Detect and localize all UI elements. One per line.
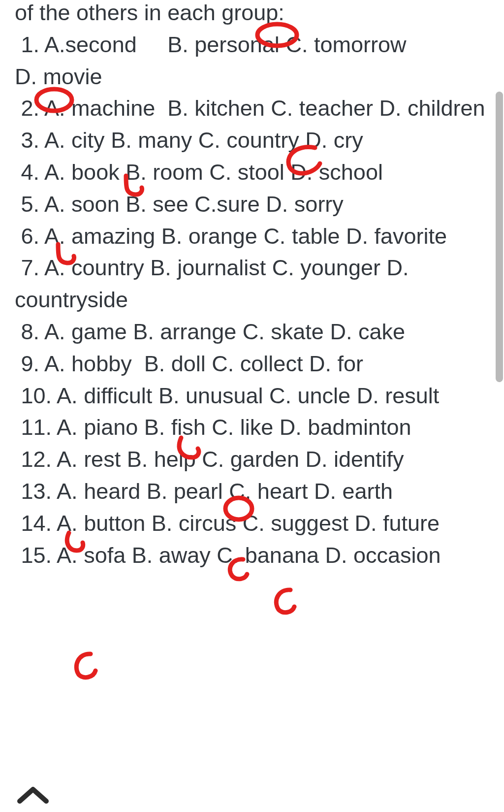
q3-c: C. country xyxy=(198,128,299,153)
q8-a: A. game xyxy=(44,319,127,344)
q11-d: D. badminton xyxy=(280,415,411,440)
q5-b: B. see xyxy=(126,192,189,217)
q12-d: D. identify xyxy=(305,447,404,472)
q15-a: A. sofa xyxy=(57,543,126,568)
q8-b: B. arrange xyxy=(133,319,236,344)
q10-c: C. uncle xyxy=(269,383,350,408)
q10-num: 10. xyxy=(21,383,52,408)
q6-d: D. favorite xyxy=(346,224,447,249)
q8-c: C. skate xyxy=(243,319,324,344)
q7-a: A. country xyxy=(44,255,144,280)
q1-b: B. personal xyxy=(167,32,280,57)
q2-d: D. children xyxy=(379,96,485,121)
q9-d: D. for xyxy=(309,351,363,376)
q5-c: C.sure xyxy=(194,192,260,217)
q2-c: C. teacher xyxy=(271,96,373,121)
q15-num: 15. xyxy=(21,543,52,568)
q2-b: B. kitchen xyxy=(167,96,265,121)
q1-c: C. tomorrow xyxy=(285,32,406,57)
q11-b: B. fish xyxy=(144,415,206,440)
q14-b: B. circus xyxy=(152,511,237,536)
q14-num: 14. xyxy=(21,511,52,536)
q10-line: 10. A. difficult B. unusual C. uncle D. … xyxy=(15,380,487,412)
q12-b: B. help xyxy=(127,447,196,472)
q10-d: D. result xyxy=(357,383,440,408)
q15-line: 15. A. sofa B. away C. banana D. occasio… xyxy=(15,540,487,572)
q6-line: 6. A. amazing B. orange C. table D. favo… xyxy=(15,221,487,253)
q6-num: 6. xyxy=(21,224,40,249)
q3-a: A. city xyxy=(44,128,105,153)
q9-a: A. hobby xyxy=(44,351,132,376)
q5-num: 5. xyxy=(21,192,40,217)
q1-a: A.second xyxy=(44,32,137,57)
q4-c: C. stool xyxy=(209,160,284,185)
q13-c: C. heart xyxy=(229,479,308,504)
q12-c: C. garden xyxy=(202,447,299,472)
q14-a: A. button xyxy=(57,511,145,536)
q3-b: B. many xyxy=(111,128,192,153)
q11-a: A. piano xyxy=(57,415,138,440)
q13-a: A. heard xyxy=(57,479,140,504)
q12-num: 12. xyxy=(21,447,52,472)
chevron-up-icon[interactable] xyxy=(16,784,50,806)
vertical-scrollbar[interactable] xyxy=(496,92,503,382)
q4-b: B. room xyxy=(126,160,203,185)
exercise-text: of the others in each group: 1. A.second… xyxy=(15,0,487,571)
q6-a: A. amazing xyxy=(44,224,155,249)
hook-mark-q14c xyxy=(271,587,298,616)
q8-d: D. cake xyxy=(330,319,405,344)
q11-c: C. like xyxy=(212,415,273,440)
q9-num: 9. xyxy=(21,351,40,376)
q15-c: C. banana xyxy=(217,543,319,568)
q6-b: B. orange xyxy=(161,224,257,249)
q13-b: B. pearl xyxy=(147,479,223,504)
q4-num: 4. xyxy=(21,160,40,185)
q13-num: 13. xyxy=(21,479,52,504)
q9-b: B. doll xyxy=(144,351,206,376)
q13-d: D. earth xyxy=(314,479,393,504)
q7-b: B. journalist xyxy=(150,255,266,280)
q14-d: D. future xyxy=(354,511,440,536)
q9-c: C. collect xyxy=(212,351,303,376)
q12-a: A. rest xyxy=(57,447,121,472)
q2-a: A. machine xyxy=(44,96,155,121)
q3-d: D. cry xyxy=(305,128,363,153)
q10-a: A. difficult xyxy=(57,383,152,408)
q15-d: D. occasion xyxy=(325,543,441,568)
q14-line: 14. A. button B. circus C. suggest D. fu… xyxy=(15,508,487,540)
q1-d: D. movie xyxy=(15,64,102,89)
q10-b: B. unusual xyxy=(158,383,263,408)
q5-d: D. sorry xyxy=(266,192,344,217)
q14-c: C. suggest xyxy=(243,511,348,536)
q4-a: A. book xyxy=(44,160,120,185)
hook-mark-q15a xyxy=(71,651,99,681)
q7-c: C. younger xyxy=(272,255,380,280)
q5-a: A. soon xyxy=(44,192,120,217)
q15-b: B. away xyxy=(132,543,211,568)
q11-num: 11. xyxy=(21,415,52,440)
q8-num: 8. xyxy=(21,319,40,344)
title-line: of the others in each group: xyxy=(15,0,284,25)
q6-c: C. table xyxy=(263,224,340,249)
q2-num: 2. xyxy=(21,96,40,121)
q7-num: 7. xyxy=(21,255,40,280)
q4-d: D. school xyxy=(290,160,383,185)
q1-num: 1. xyxy=(21,32,40,57)
q3-num: 3. xyxy=(21,128,40,153)
